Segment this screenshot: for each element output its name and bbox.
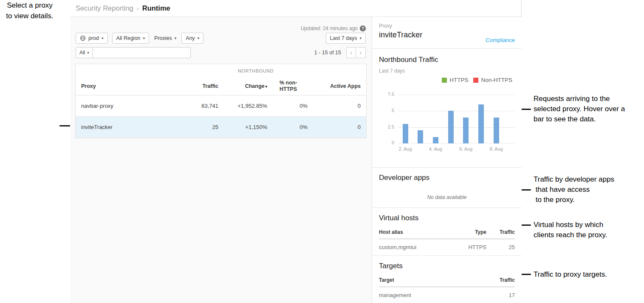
legend-label-non-https: Non-HTTPS: [481, 77, 512, 83]
chart-subtitle: Last 7 days: [379, 68, 515, 74]
table-row-invitetracker[interactable]: inviteTracker 25 +1,150% 0% 0: [76, 117, 366, 138]
developer-apps-empty-message: No data available: [372, 194, 522, 200]
caret-down-icon: ▾: [102, 36, 104, 40]
table-row-navbar-proxy[interactable]: navbar-proxy 63,741 +1,952.85% 0% 0: [76, 95, 366, 117]
annotation-select-proxy: Select a proxy to view details.: [0, 0, 59, 21]
chart-gridline: [398, 95, 514, 95]
cell-proxy: inviteTracker: [81, 124, 180, 130]
cell-traffic: 63,741: [180, 103, 218, 109]
legend-item-non-https: Non-HTTPS: [473, 77, 512, 83]
cell-host-alias: custom,mgmtui: [379, 244, 461, 250]
cell-proxy: navbar-proxy: [81, 103, 180, 109]
developer-apps-section: Developer apps No data available: [372, 168, 522, 208]
column-header-proxy[interactable]: Proxy: [81, 83, 180, 89]
column-header-non-https[interactable]: % non-HTTPS: [267, 80, 308, 93]
chart-bar[interactable]: [433, 137, 438, 143]
cell-active-apps: 0: [308, 103, 361, 109]
cell-target: management: [379, 292, 486, 298]
annotation-line: to view details.: [0, 11, 59, 21]
virtual-hosts-table: Host alias Type Traffic custom,mgmtui HT…: [379, 229, 515, 250]
target-row[interactable]: management 17: [379, 287, 515, 298]
breadcrumb: Security Reporting › Runtime: [70, 0, 521, 17]
chart-ytick-label: 5: [378, 108, 394, 113]
table-header-row: Proxy Traffic Change▾ % non-HTTPS Active…: [76, 77, 366, 95]
cell-non-https: 0%: [267, 124, 308, 130]
app-window: Security Reporting › Runtime Updated: 24…: [70, 0, 522, 303]
search-input[interactable]: [93, 47, 191, 58]
cell-type: HTTPS: [461, 244, 486, 250]
annotation-line: to the proxy.: [534, 195, 614, 205]
legend-swatch-non-https: [473, 78, 478, 83]
pagination-next-button[interactable]: ›: [356, 47, 366, 58]
globe-icon: [80, 35, 86, 41]
section-title-virtual-hosts: Virtual hosts: [379, 214, 515, 222]
any-label: Any: [186, 35, 195, 41]
annotation-chart: Requests arriving to the selected proxy.…: [534, 94, 625, 124]
chart-ytick-label: 0: [378, 140, 394, 145]
chart-xtick-label: 4. Aug: [425, 146, 446, 152]
caret-down-icon: ▾: [175, 36, 177, 40]
cell-traffic: 17: [486, 292, 515, 298]
chart-xlabels: 2. Aug4. Aug6. Aug8. Aug: [398, 146, 514, 153]
chart-ytick-label: 2.5: [378, 124, 394, 129]
region-dropdown[interactable]: All Region ▾: [112, 33, 150, 44]
column-header-traffic: Traffic: [486, 229, 515, 235]
updated-status: Updated: 24 minutes ago ?: [301, 25, 366, 31]
column-header-change-label: Change: [245, 83, 265, 89]
proxies-dropdown[interactable]: Proxies ▾: [153, 33, 177, 44]
environment-label: prod: [88, 35, 99, 41]
targets-table: Target Traffic management 17: [379, 277, 515, 298]
cell-traffic: 25: [486, 244, 515, 250]
chart-xtick-label: 2. Aug: [395, 146, 416, 152]
chart-bar[interactable]: [448, 111, 454, 143]
chart-plot: 02.557.5: [398, 95, 514, 143]
chart-bar[interactable]: [403, 124, 408, 143]
legend-item-https: HTTPS: [442, 77, 468, 83]
annotation-developer-apps: Traffic by developer apps that have acce…: [534, 174, 614, 205]
pagination-controls: ‹ ›: [346, 47, 366, 58]
column-header-active-apps[interactable]: Active Apps: [308, 83, 361, 89]
breadcrumb-parent[interactable]: Security Reporting: [76, 4, 133, 12]
column-header-target: Target: [379, 277, 486, 283]
annotation-targets: Traffic to proxy targets.: [534, 269, 607, 280]
caret-down-icon: ▾: [143, 36, 145, 40]
annotation-line: clients reach the proxy.: [534, 230, 607, 240]
cell-non-https: 0%: [267, 103, 308, 109]
chart-bar[interactable]: [418, 130, 423, 143]
compliance-link[interactable]: Compliance: [486, 37, 515, 43]
column-header-traffic: Traffic: [486, 277, 515, 283]
annotation-line: Requests arriving to the: [534, 94, 625, 104]
chevron-right-icon: ›: [137, 5, 139, 12]
northbound-traffic-chart: 02.557.5 2. Aug4. Aug6. Aug8. Aug: [398, 95, 514, 153]
column-header-non-https-label: % non-HTTPS: [280, 80, 302, 93]
column-header-type: Type: [461, 229, 486, 235]
section-title-northbound-traffic: Northbound Traffic: [379, 56, 515, 64]
chart-bar[interactable]: [463, 118, 469, 143]
breadcrumb-current page-title: Runtime: [142, 4, 170, 12]
chart-xtick-label: 6. Aug: [455, 146, 477, 152]
updated-label: Updated: 24 minutes ago: [301, 25, 358, 31]
search-row: All ▾ 1 - 15 of 15 ‹ ›: [76, 47, 366, 58]
targets-section: Targets Target Traffic management 17: [372, 256, 522, 303]
chart-bar[interactable]: [478, 104, 484, 143]
pagination-prev-button[interactable]: ‹: [346, 47, 356, 58]
date-range-dropdown[interactable]: Last 7 days ▾: [326, 33, 366, 44]
virtual-hosts-header-row: Host alias Type Traffic: [379, 229, 515, 239]
chart-gridline: [398, 111, 514, 111]
proxy-detail-panel: Proxy inviteTracker Compliance Northboun…: [372, 17, 522, 303]
column-header-traffic[interactable]: Traffic: [180, 83, 218, 89]
chart-xtick-label: 8. Aug: [486, 146, 507, 152]
virtual-host-row[interactable]: custom,mgmtui HTTPS 25: [379, 239, 515, 250]
environment-dropdown[interactable]: prod ▾: [76, 33, 108, 44]
proxies-label: Proxies: [154, 35, 172, 41]
annotation-line: bar to see the data.: [534, 114, 625, 124]
annotation-line: Select a proxy: [0, 0, 59, 11]
proxy-header-section: Proxy inviteTracker Compliance: [372, 17, 522, 49]
column-header-change[interactable]: Change▾: [218, 83, 267, 89]
help-icon[interactable]: ?: [360, 25, 366, 31]
annotation-virtual-hosts: Virtual hosts by which clients reach the…: [534, 220, 607, 240]
search-scope-dropdown[interactable]: All ▾: [76, 47, 93, 58]
caret-down-icon: ▾: [198, 36, 200, 40]
chart-bar[interactable]: [494, 118, 499, 143]
any-dropdown[interactable]: Any ▾: [181, 33, 203, 44]
